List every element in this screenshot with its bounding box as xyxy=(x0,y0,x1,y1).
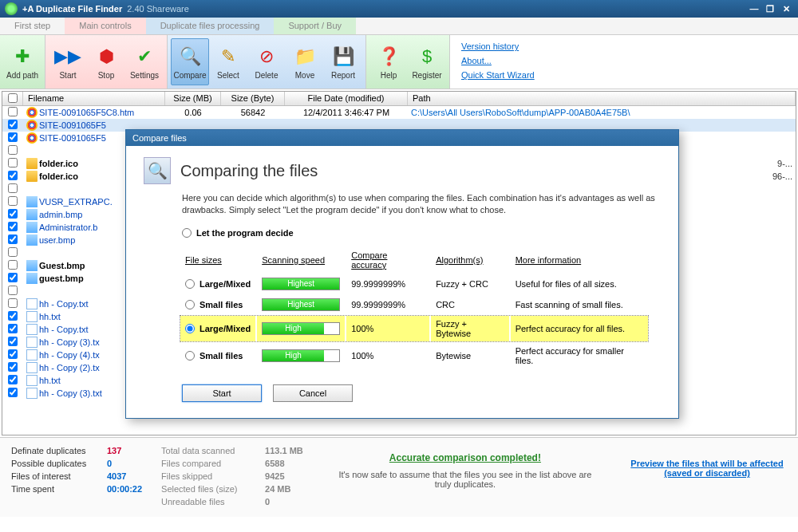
start-compare-button[interactable]: Start xyxy=(182,384,262,402)
close-icon[interactable]: ✕ xyxy=(779,2,793,15)
row-checkbox[interactable] xyxy=(2,158,23,169)
status-subtext: It's now safe to assume that the files y… xyxy=(338,470,592,489)
add-path-button[interactable]: ✚Add path xyxy=(3,38,41,85)
algorithm-row[interactable]: Small filesHighest99.9999999%CRCFast sca… xyxy=(180,295,648,314)
row-checkbox[interactable] xyxy=(2,388,23,399)
algo-speed: High xyxy=(257,343,345,368)
col-path[interactable]: Path xyxy=(408,92,796,105)
algo-more: Fast scanning of small files. xyxy=(511,295,648,314)
txt-icon xyxy=(26,337,38,348)
row-checkbox[interactable] xyxy=(2,209,23,220)
cancel-button[interactable]: Cancel xyxy=(273,384,353,402)
row-checkbox[interactable] xyxy=(2,145,23,156)
cell-size-mb: 0.06 xyxy=(165,108,221,117)
report-button[interactable]: 💾Report xyxy=(324,38,362,85)
help-button[interactable]: ❓Help xyxy=(369,38,408,85)
register-button[interactable]: $Register xyxy=(408,38,446,85)
dollar-icon: $ xyxy=(414,44,440,69)
tab-first-step[interactable]: First step xyxy=(0,18,65,34)
app-version: 2.40 Shareware xyxy=(127,4,189,14)
col-file-date[interactable]: File Date (modified) xyxy=(285,92,408,105)
row-checkbox[interactable] xyxy=(2,260,23,271)
cell-path: C:\Users\All Users\RoboSoft\dump\APP-00A… xyxy=(408,108,796,117)
chrome-icon xyxy=(26,120,38,131)
maximize-icon[interactable]: ❐ xyxy=(763,2,777,15)
stop-icon: ⬢ xyxy=(93,44,119,69)
txt-icon xyxy=(26,375,38,386)
stop-button[interactable]: ⬢Stop xyxy=(87,38,125,85)
bmp-icon xyxy=(26,273,38,284)
folder-icon xyxy=(26,158,38,169)
definate-label: Definate duplicates xyxy=(11,446,99,455)
col-filename[interactable]: Filename xyxy=(23,92,165,105)
quick-start-wizard-link[interactable]: Quick Start Wizard xyxy=(461,70,535,80)
row-checkbox[interactable] xyxy=(2,171,23,182)
txt-icon xyxy=(26,349,38,361)
selected-label: Selected files (size) xyxy=(161,484,257,494)
possible-value: 0 xyxy=(107,459,112,468)
row-checkbox[interactable] xyxy=(2,298,23,309)
algorithm-row[interactable]: Large/MixedHigh100%Fuzzy + BytewisePerfe… xyxy=(180,316,648,341)
interest-value: 4037 xyxy=(107,471,126,481)
algo-radio[interactable] xyxy=(185,300,195,309)
row-checkbox[interactable] xyxy=(2,222,23,233)
row-checkbox[interactable] xyxy=(2,273,23,284)
settings-button[interactable]: ✔Settings xyxy=(125,38,164,85)
algorithm-row[interactable]: Small filesHigh100%BytewisePerfect accur… xyxy=(180,343,648,368)
row-checkbox[interactable] xyxy=(2,107,23,118)
col-size-mb[interactable]: Size (MB) xyxy=(165,92,221,105)
row-checkbox[interactable] xyxy=(2,234,23,246)
row-checkbox[interactable] xyxy=(2,183,23,195)
col-size-byte[interactable]: Size (Byte) xyxy=(221,92,285,105)
preview-link[interactable]: Preview the files that will be affected … xyxy=(630,459,783,478)
row-checkbox[interactable] xyxy=(2,132,23,144)
algo-radio[interactable] xyxy=(185,324,195,333)
row-checkbox[interactable] xyxy=(2,247,23,258)
auto-decide-radio[interactable]: Let the program decide xyxy=(182,228,661,238)
chrome-icon xyxy=(26,132,38,144)
row-checkbox[interactable] xyxy=(2,337,23,348)
delete-button[interactable]: ⊘Delete xyxy=(247,38,286,85)
version-history-link[interactable]: Version history xyxy=(461,41,519,51)
tabbar: First step Main controls Duplicate files… xyxy=(0,18,798,35)
tab-main-controls[interactable]: Main controls xyxy=(65,18,145,34)
about-link[interactable]: About... xyxy=(461,56,492,65)
row-checkbox[interactable] xyxy=(2,120,23,131)
compare-button[interactable]: 🔍Compare xyxy=(171,38,209,85)
algorithm-row[interactable]: Large/MixedHighest99.9999999%Fuzzy + CRC… xyxy=(180,274,648,294)
algo-radio[interactable] xyxy=(185,279,195,289)
scanned-label: Total data scanned xyxy=(161,446,257,455)
tab-support-buy[interactable]: Support / Buy xyxy=(274,18,356,34)
row-checkbox[interactable] xyxy=(2,324,23,335)
select-button[interactable]: ✎Select xyxy=(209,38,247,85)
table-row[interactable]: SITE-0091065F5C8.htm0.065684212/4/2011 3… xyxy=(2,106,796,119)
links-panel: Version history About... Quick Start Wiz… xyxy=(450,35,798,89)
algo-speed: Highest xyxy=(257,295,345,314)
tab-duplicate-processing[interactable]: Duplicate files processing xyxy=(146,18,275,34)
compare-icon: 🔍 xyxy=(177,44,203,69)
row-checkbox[interactable] xyxy=(2,196,23,207)
row-checkbox[interactable] xyxy=(2,311,23,322)
dialog-heading: Comparing the files xyxy=(180,162,318,180)
algo-more: Perfect accuracy for all files. xyxy=(511,316,648,341)
col-checkbox[interactable] xyxy=(2,92,23,105)
minimize-icon[interactable]: — xyxy=(747,2,761,15)
plus-icon: ✚ xyxy=(10,44,35,69)
cell-size-byte: 56842 xyxy=(221,108,285,117)
unreadable-value: 0 xyxy=(265,497,270,506)
cell-date: 12/4/2011 3:46:47 PM xyxy=(285,108,408,117)
txt-icon xyxy=(26,324,38,335)
algo-sizes: Small files xyxy=(180,343,255,368)
move-button[interactable]: 📁Move xyxy=(286,38,324,85)
row-checkbox[interactable] xyxy=(2,349,23,361)
compared-value: 6588 xyxy=(265,459,284,468)
algo-radio[interactable] xyxy=(185,351,195,361)
row-checkbox[interactable] xyxy=(2,362,23,373)
titlebar: +A Duplicate File Finder 2.40 Shareware … xyxy=(0,0,798,18)
row-checkbox[interactable] xyxy=(2,286,23,297)
txt-icon xyxy=(26,388,38,399)
time-label: Time spent xyxy=(11,484,99,494)
start-button[interactable]: ▶▶Start xyxy=(49,38,87,85)
possible-label: Possible duplicates xyxy=(11,459,99,468)
row-checkbox[interactable] xyxy=(2,375,23,386)
